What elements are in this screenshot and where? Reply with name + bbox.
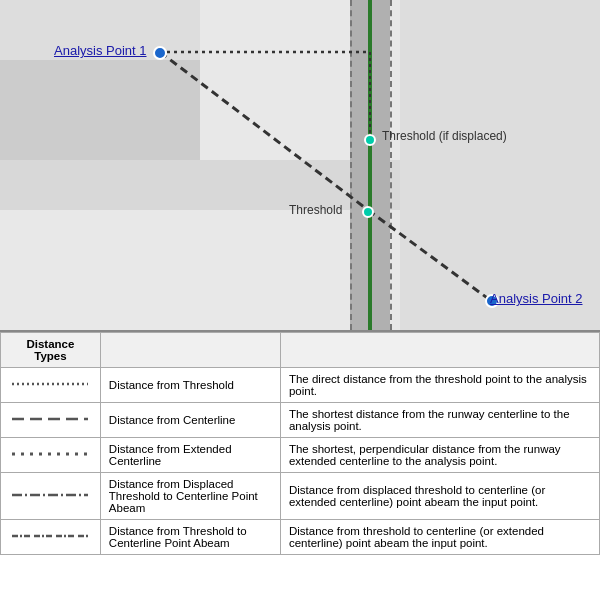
row5-desc: Distance from threshold to centerline (o… [280,520,599,555]
icon-cell-5 [1,520,101,555]
table-section: Distance Types Distance from Threshold T… [0,330,600,555]
table-row: Distance from Threshold to Centerline Po… [1,520,600,555]
dash-dot-icon [10,487,90,503]
icon-cell-4 [1,473,101,520]
dash-dot-dash-icon [10,528,90,544]
row3-name: Distance from Extended Centerline [100,438,280,473]
ap2-label: Analysis Point 2 [490,291,583,306]
threshold-dot [362,206,374,218]
table-header: Distance Types [1,333,101,368]
icon-cell-1 [1,368,101,403]
row2-desc: The shortest distance from the runway ce… [280,403,599,438]
long-dashed-icon [10,411,90,427]
ap1-label: Analysis Point 1 [54,43,147,58]
table-row: Distance from Threshold The direct dista… [1,368,600,403]
table-row: Distance from Extended Centerline The sh… [1,438,600,473]
icon-cell-3 [1,438,101,473]
small-dots-icon [10,446,90,462]
ap1-dot [153,46,167,60]
threshold-displaced-label: Threshold (if displaced) [382,129,507,143]
icon-cell-2 [1,403,101,438]
row1-name: Distance from Threshold [100,368,280,403]
row5-name: Distance from Threshold to Centerline Po… [100,520,280,555]
threshold-to-ap2-line [368,210,490,300]
col-desc-header [280,333,599,368]
row4-desc: Distance from displaced threshold to cen… [280,473,599,520]
map-section: Analysis Point 1 Analysis Point 2 Thresh… [0,0,600,330]
row2-name: Distance from Centerline [100,403,280,438]
row3-desc: The shortest, perpendicular distance fro… [280,438,599,473]
row1-desc: The direct distance from the threshold p… [280,368,599,403]
threshold-label: Threshold [289,203,342,217]
table-row: Distance from Centerline The shortest di… [1,403,600,438]
table-row: Distance from Displaced Threshold to Cen… [1,473,600,520]
col-name-header [100,333,280,368]
row4-name: Distance from Displaced Threshold to Cen… [100,473,280,520]
ap1-to-threshold-line [160,52,368,210]
distance-types-table: Distance Types Distance from Threshold T… [0,332,600,555]
dotted-line-icon [10,376,90,392]
threshold-displaced-dot [364,134,376,146]
